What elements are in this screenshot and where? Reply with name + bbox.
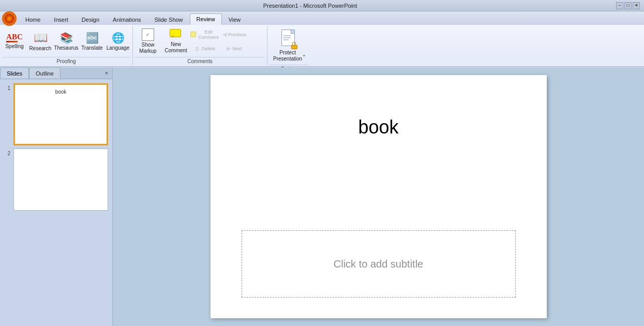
- research-button[interactable]: 📖 Research: [28, 27, 53, 56]
- protect-group: ProtectPresentation ▾ Protect: [267, 26, 311, 65]
- protect-dropdown-arrow: ▾: [303, 54, 305, 58]
- spelling-label: Spelling: [5, 43, 24, 50]
- tab-review[interactable]: Review: [190, 13, 222, 25]
- spelling-icon: ABC: [6, 33, 23, 42]
- tab-view[interactable]: View: [222, 13, 248, 25]
- new-comment-button[interactable]: ▾ New Comment: [163, 27, 189, 56]
- ribbon-content: ABC Spelling 📖 Research 📚 Thesaurus: [0, 25, 644, 66]
- slide-thumbnail-2[interactable]: [13, 149, 108, 211]
- slide-thumb-1[interactable]: 1 book: [4, 83, 108, 145]
- protect-buttons: ProtectPresentation ▾: [269, 27, 309, 64]
- panel-close-button[interactable]: ×: [102, 68, 111, 78]
- slide-canvas[interactable]: book Click to add subtitle: [211, 75, 547, 318]
- ribbon-tabs: Home Insert Design Animations Slide Show…: [0, 11, 644, 25]
- new-comment-label: New Comment: [164, 41, 187, 54]
- research-label: Research: [29, 46, 52, 52]
- translate-button[interactable]: 🔤 Translate: [80, 27, 104, 56]
- protect-presentation-button[interactable]: ProtectPresentation ▾: [269, 27, 309, 64]
- delete-comment-button[interactable]: 🗑 Delete: [191, 42, 219, 55]
- office-button[interactable]: [2, 11, 17, 26]
- protect-icon: [281, 29, 297, 48]
- previous-icon: ◀: [222, 31, 227, 38]
- research-icon: 📖: [34, 31, 48, 45]
- minimize-button[interactable]: −: [616, 2, 623, 9]
- next-comment-button[interactable]: ▶ Next: [221, 42, 248, 55]
- main-area: Slides Outline × 1 book 2 book: [0, 67, 644, 326]
- tab-design[interactable]: Design: [75, 13, 106, 25]
- spelling-button[interactable]: ABC Spelling: [2, 27, 27, 56]
- slide-thumbnail-1[interactable]: book: [13, 83, 108, 145]
- tab-home[interactable]: Home: [19, 13, 47, 25]
- lock-icon: [291, 42, 298, 49]
- translate-label: Translate: [81, 45, 102, 51]
- edit-comment-button[interactable]: Edit Comment: [191, 28, 219, 41]
- window-title: Presentation1 - Microsoft PowerPoint: [4, 3, 616, 9]
- close-button[interactable]: ✕: [633, 2, 640, 9]
- show-markup-button[interactable]: ✓ ShowMarkup: [135, 27, 161, 56]
- slides-list: 1 book 2: [0, 79, 112, 326]
- slide-number-1: 1: [4, 85, 10, 91]
- title-bar-controls: − □ ✕: [616, 2, 640, 9]
- edit-comment-icon: [190, 32, 196, 37]
- comments-buttons: ✓ ShowMarkup ▾ New Comment: [135, 27, 265, 56]
- show-markup-label: ShowMarkup: [139, 42, 156, 54]
- language-button[interactable]: 🌐 Language: [106, 27, 130, 56]
- title-bar: Presentation1 - Microsoft PowerPoint − □…: [0, 0, 644, 11]
- proofing-label: Proofing: [2, 57, 130, 65]
- slide-subtitle-placeholder: Click to add subtitle: [334, 258, 423, 270]
- tab-animations[interactable]: Animations: [106, 13, 147, 25]
- nav-small-buttons: ◀ Previous ▶ Next: [221, 28, 248, 55]
- markup-icon: ✓: [142, 28, 154, 41]
- slide-panel: Slides Outline × 1 book 2: [0, 67, 113, 326]
- ribbon: Home Insert Design Animations Slide Show…: [0, 11, 644, 67]
- language-label: Language: [107, 45, 130, 51]
- thesaurus-label: Thesaurus: [54, 45, 78, 51]
- new-comment-icon: ▾: [170, 29, 182, 40]
- proofing-buttons: ABC Spelling 📖 Research 📚 Thesaurus: [2, 27, 130, 56]
- translate-icon: 🔤: [86, 32, 99, 44]
- tab-slideshow[interactable]: Slide Show: [148, 13, 190, 25]
- slide-thumb-2[interactable]: 2: [4, 149, 108, 211]
- slide-number-2: 2: [4, 151, 10, 156]
- tab-outline[interactable]: Outline: [29, 67, 61, 79]
- office-logo: [5, 14, 14, 23]
- slide-main-area: book Click to add subtitle: [113, 67, 644, 326]
- slide-title[interactable]: book: [242, 116, 516, 138]
- thesaurus-icon: 📚: [60, 32, 73, 44]
- protect-label: ProtectPresentation ▾: [273, 50, 305, 62]
- slide-1-title-preview: book: [55, 89, 67, 95]
- slide-subtitle-box[interactable]: Click to add subtitle: [242, 230, 516, 298]
- proofing-group: ABC Spelling 📖 Research 📚 Thesaurus: [0, 26, 133, 65]
- previous-comment-button[interactable]: ◀ Previous: [221, 28, 248, 41]
- thesaurus-button[interactable]: 📚 Thesaurus: [54, 27, 79, 56]
- language-icon: 🌐: [112, 32, 125, 44]
- slide-panel-tabs: Slides Outline ×: [0, 67, 112, 79]
- comments-group: ✓ ShowMarkup ▾ New Comment: [133, 26, 267, 65]
- comments-label: Comments: [135, 57, 265, 65]
- comment-small-buttons: Edit Comment 🗑 Delete: [191, 28, 219, 55]
- next-icon: ▶: [227, 45, 231, 52]
- tab-slides[interactable]: Slides: [0, 67, 29, 79]
- maximize-button[interactable]: □: [624, 2, 632, 9]
- tab-insert[interactable]: Insert: [47, 13, 75, 25]
- delete-icon: 🗑: [194, 46, 200, 52]
